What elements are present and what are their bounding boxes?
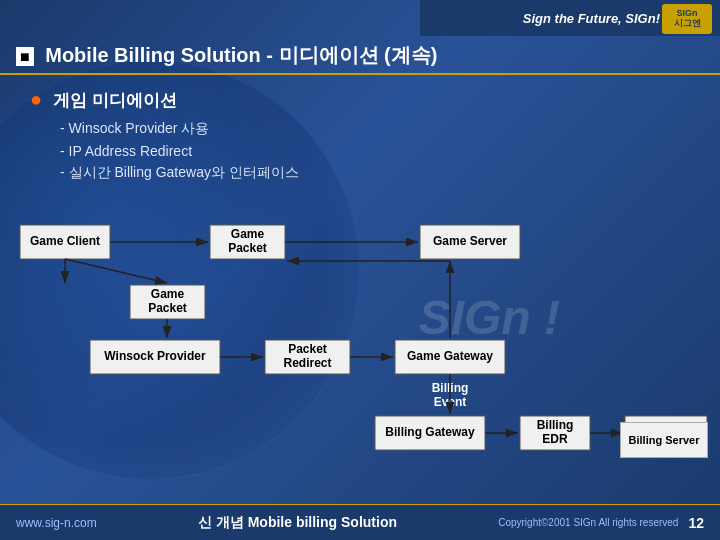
svg-text:Packet: Packet [228, 241, 267, 255]
title-bar: ■ Mobile Billing Solution - 미디에이션 (계속) [0, 36, 720, 75]
main-title: ■ Mobile Billing Solution - 미디에이션 (계속) [16, 44, 437, 66]
bullet-title: ● 게임 미디에이션 [30, 88, 299, 112]
footer-url: www.sig-n.com [16, 516, 97, 530]
billing-server-main: Billing Server [620, 422, 708, 458]
svg-text:Packet: Packet [288, 342, 327, 356]
svg-text:Game: Game [151, 287, 185, 301]
logo-area: SIGn 시그엔 [662, 4, 712, 34]
sub-items: Winsock Provider 사용 IP Address Redirect … [60, 120, 299, 182]
sub-item-1: Winsock Provider 사용 [60, 120, 299, 138]
slide-background: Sign the Future, SIGn! SIGn 시그엔 ■ Mobile… [0, 0, 720, 540]
diagram-area: Game ClientGamePacketGame ServerGamePack… [10, 210, 710, 470]
svg-text:Game Server: Game Server [433, 234, 507, 248]
page-number: 12 [688, 515, 704, 531]
svg-text:Redirect: Redirect [283, 356, 331, 370]
svg-text:EDR: EDR [542, 432, 568, 446]
svg-text:Game: Game [231, 227, 265, 241]
svg-text:Billing: Billing [537, 418, 574, 432]
bullet-section: ● 게임 미디에이션 Winsock Provider 사용 IP Addres… [30, 88, 299, 187]
footer-copyright: Copyright©2001 SIGn All rights reserved [498, 517, 678, 528]
footer-right: Copyright©2001 SIGn All rights reserved … [498, 515, 704, 531]
logo-text: SIGn 시그엔 [674, 9, 701, 29]
svg-text:Winsock Provider: Winsock Provider [104, 349, 206, 363]
bullet-title-text: 게임 미디에이션 [53, 91, 177, 110]
title-text: Mobile Billing Solution - 미디에이션 (계속) [45, 44, 437, 66]
svg-line-21 [65, 259, 167, 283]
svg-text:Game Client: Game Client [30, 234, 100, 248]
footer-center-text: 신 개념 Mobile billing Solution [198, 514, 397, 532]
bullet-dot: ● [30, 88, 42, 110]
svg-text:Game Gateway: Game Gateway [407, 349, 493, 363]
svg-text:Billing Gateway: Billing Gateway [385, 425, 475, 439]
sub-item-3: 실시간 Billing Gateway와 인터페이스 [60, 164, 299, 182]
sub-item-2: IP Address Redirect [60, 143, 299, 159]
title-square: ■ [16, 47, 34, 66]
header-tagline: Sign the Future, SIGn! [523, 11, 660, 26]
svg-text:Packet: Packet [148, 301, 187, 315]
footer: www.sig-n.com 신 개념 Mobile billing Soluti… [0, 504, 720, 540]
